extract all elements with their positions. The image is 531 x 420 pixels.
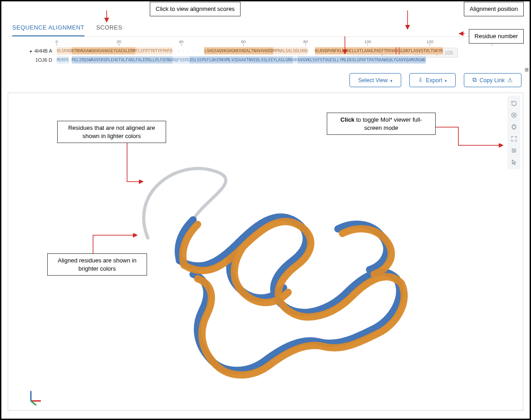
ruler-tick: 80: [303, 40, 308, 46]
callout-alignment-position: Alignment position: [464, 2, 524, 16]
ruler-tick: 100: [364, 40, 371, 46]
axis-gizmo: [26, 387, 44, 405]
sequence-segment: KLRVDPVNFK: [315, 47, 339, 54]
ruler-tick: 20: [117, 40, 121, 46]
svg-point-2: [512, 148, 513, 150]
select-view-label: Select View: [358, 77, 388, 84]
tab-scores[interactable]: SCORES: [96, 20, 122, 36]
copy-icon: ⧉: [472, 77, 477, 84]
callout-aligned: Aligned residues are shown in brighter c…: [47, 253, 147, 276]
ruler-tick: 0: [55, 40, 58, 46]
callout-residue-number: Residue number: [469, 29, 524, 44]
sequence-segment: HR: [293, 56, 298, 64]
residue-highlight: [396, 47, 399, 54]
sequence-bar[interactable]: VLSPADKTNVKAAWGKVGAHAGEYGAEALERMFLSFPTTK…: [57, 47, 523, 54]
select-view-button[interactable]: Select View: [349, 73, 401, 87]
sequence-segment: MERPE: [57, 56, 69, 64]
sequence-label: 1OJ6 D: [8, 57, 57, 63]
sequence-segment: - -: [308, 47, 315, 54]
copy-link-label: Copy Link: [479, 77, 505, 84]
sequence-segment: - - - - - - -: [172, 47, 204, 54]
svg-point-4: [513, 151, 514, 153]
svg-point-3: [514, 150, 516, 151]
sequence-row[interactable]: 4HHB AVLSPADKTNVKAAWGKVGAHAGEYGAEALERMFL…: [8, 47, 523, 55]
sequence-segment: PELIRQSWRAVSRSPLEHGTVLFARLFALEPDLLPLFQYN…: [72, 56, 172, 64]
sequence-label: 4HHB A: [8, 48, 57, 54]
sequence-bar[interactable]: MERPE-PELIRQSWRAVSRSPLEHGTVLFARLFALEPDLL…: [57, 56, 523, 64]
svg-point-1: [513, 114, 515, 116]
screenshot-icon[interactable]: [508, 109, 519, 120]
sequence-segment: MPNALSALSDLHAH: [273, 47, 308, 54]
sequence-segment: LSHCLLVTLAAHLPAEFTPAVHASLDKFLASVSTVLTSKY…: [342, 47, 443, 54]
callout-scores-tip: Click to view alignment scores: [150, 2, 241, 16]
sequence-segment: LSHGSAQVKGHGKKVADALTNAVAHVDD: [204, 47, 273, 54]
alignment-panel: 020406080100120140 4HHB AVLSPADKTNVKAAWG…: [8, 40, 523, 64]
sequence-segment: AVGVKLSSFSTVGESLLYMLEKSLGPAFTPATRAAWSQLY…: [298, 56, 426, 64]
sequence-segment: RQFSSPE: [172, 56, 190, 64]
copy-link-button[interactable]: ⧉ Copy Link ⚠: [464, 73, 521, 87]
sequence-segment: VLSPAD: [57, 47, 72, 54]
tabs: SEQUENCE ALIGNMENT SCORES: [8, 20, 523, 37]
sequence-segment: DSLSSPEFLDHIRKVMLVIDAAVTNVEDLSSLEEYLASLG…: [190, 56, 293, 64]
warning-icon: ⚠: [507, 77, 513, 84]
alignment-ruler: 020406080100120140: [57, 40, 523, 47]
chevron-down-icon: [390, 77, 393, 84]
tab-sequence-alignment[interactable]: SEQUENCE ALIGNMENT: [12, 20, 84, 36]
controls-icon[interactable]: [508, 145, 519, 156]
sequence-segment: FLSFPTTKTYFPHFD: [135, 47, 172, 54]
chevron-down-icon: [445, 77, 447, 84]
download-icon: ⇩: [418, 77, 423, 84]
ruler-tick: 40: [179, 40, 183, 46]
select-icon[interactable]: [508, 157, 519, 168]
export-button[interactable]: ⇩ Export: [409, 73, 456, 87]
fullscreen-icon[interactable]: [508, 133, 519, 144]
settings-icon[interactable]: [508, 121, 519, 132]
callout-not-aligned: Residues that are not aligned are shown …: [57, 121, 166, 143]
viewer-toolbar: [507, 96, 520, 169]
actions-row: Select View ⇩ Export ⧉ Copy Link ⚠: [8, 73, 523, 87]
sequence-row[interactable]: 1OJ6 DMERPE-PELIRQSWRAVSRSPLEHGTVLFARLFA…: [8, 56, 523, 64]
alignment-menu-icon[interactable]: ≡: [525, 66, 529, 74]
reset-icon[interactable]: [508, 98, 519, 109]
ruler-tick: 120: [427, 40, 433, 46]
export-label: Export: [426, 77, 442, 84]
callout-fullscreen: Click to toggle Mol* viewer full-screen …: [327, 113, 436, 135]
sequence-segment: KTNVKAAWGKVGAHAGEYGAEALERM: [72, 47, 136, 54]
ruler-tick: 60: [241, 40, 246, 46]
